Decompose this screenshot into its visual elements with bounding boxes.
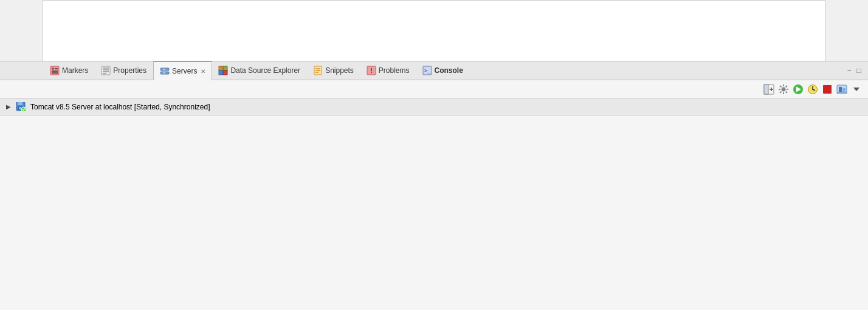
- svg-point-1: [52, 67, 54, 70]
- view-menu-button[interactable]: [850, 83, 863, 96]
- server-item-icon: [16, 102, 27, 112]
- server-list: ▶ Tomcat v8.5 Server at localhost [Start…: [0, 98, 868, 310]
- tab-data-source-label: Data Source Explorer: [230, 66, 300, 75]
- properties-icon: [101, 66, 111, 75]
- problems-icon: !: [367, 66, 376, 75]
- svg-rect-47: [823, 85, 832, 94]
- svg-point-46: [812, 89, 813, 90]
- debug-button[interactable]: [806, 83, 819, 96]
- maximize-button[interactable]: □: [855, 66, 863, 75]
- svg-rect-54: [18, 102, 22, 105]
- window-controls: − □: [845, 66, 863, 75]
- tab-problems[interactable]: ! Problems: [360, 61, 416, 80]
- tab-markers-label: Markers: [62, 66, 88, 75]
- svg-point-32: [782, 88, 785, 91]
- server-row[interactable]: ▶ Tomcat v8.5 Server at localhost [Start…: [0, 98, 868, 115]
- snippets-icon: [313, 66, 323, 75]
- tab-snippets[interactable]: Snippets: [307, 61, 360, 80]
- svg-point-12: [167, 69, 168, 70]
- tab-bar: Markers Properties: [0, 61, 868, 80]
- tab-properties[interactable]: Properties: [95, 61, 153, 80]
- svg-rect-18: [219, 71, 223, 75]
- main-panel: Markers Properties: [0, 0, 868, 310]
- new-server-button[interactable]: [762, 83, 776, 96]
- console-icon: >_: [422, 66, 432, 75]
- tab-console[interactable]: >_ Console: [416, 61, 470, 80]
- markers-icon: [50, 66, 60, 75]
- svg-rect-16: [219, 66, 223, 71]
- tab-properties-label: Properties: [113, 66, 146, 75]
- svg-rect-19: [223, 71, 227, 75]
- tab-data-source-explorer[interactable]: Data Source Explorer: [212, 61, 307, 80]
- svg-rect-49: [839, 87, 842, 92]
- svg-rect-50: [842, 88, 846, 92]
- settings-button[interactable]: [777, 83, 790, 96]
- tab-snippets-label: Snippets: [325, 66, 354, 75]
- svg-point-13: [167, 72, 168, 74]
- svg-line-38: [786, 91, 788, 93]
- svg-rect-17: [223, 66, 227, 71]
- svg-marker-52: [853, 88, 859, 91]
- stop-button[interactable]: [821, 83, 834, 96]
- start-button[interactable]: [791, 83, 805, 96]
- svg-rect-0: [50, 66, 59, 75]
- expand-arrow-icon[interactable]: ▶: [5, 103, 12, 111]
- svg-text:!: !: [370, 67, 373, 74]
- svg-rect-56: [19, 107, 21, 109]
- tab-servers-close[interactable]: ✕: [201, 68, 205, 75]
- tab-console-label: Console: [435, 66, 463, 75]
- publish-button[interactable]: [835, 83, 849, 96]
- svg-line-37: [780, 86, 782, 88]
- svg-text:>_: >_: [424, 67, 431, 74]
- minimize-button[interactable]: −: [845, 66, 853, 75]
- svg-line-39: [786, 86, 788, 88]
- svg-rect-29: [764, 84, 768, 94]
- tab-servers[interactable]: Servers ✕: [153, 61, 212, 80]
- tab-problems-label: Problems: [379, 66, 410, 75]
- server-toolbar: [0, 80, 868, 98]
- svg-line-40: [780, 91, 782, 93]
- server-item-label: Tomcat v8.5 Server at localhost [Started…: [30, 103, 210, 111]
- editor-area: [43, 0, 825, 61]
- tab-markers[interactable]: Markers: [44, 61, 95, 80]
- datasource-icon: [218, 66, 228, 75]
- servers-icon: [160, 66, 170, 76]
- tab-servers-label: Servers: [172, 67, 197, 75]
